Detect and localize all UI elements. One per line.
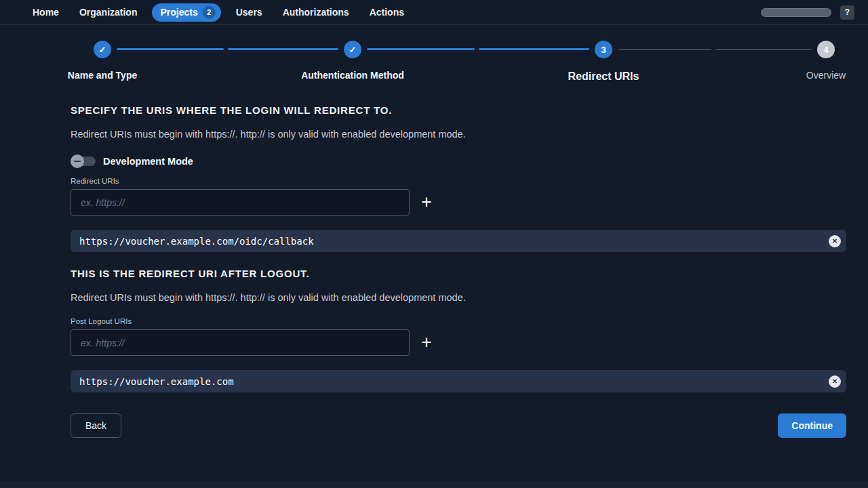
post-logout-uri-chip: https://voucher.example.com ✕ <box>71 370 846 392</box>
back-button[interactable]: Back <box>71 413 121 438</box>
stepper-connector <box>228 48 338 50</box>
close-icon: ✕ <box>832 378 837 385</box>
step-2-label: Authentication Method <box>301 70 404 81</box>
stepper-connector <box>367 48 475 50</box>
step-1-circle[interactable]: ✓ <box>94 41 111 58</box>
plus-icon: + <box>421 332 432 352</box>
redirect-uris-field-label: Redirect URIs <box>71 177 846 185</box>
add-post-logout-uri-button[interactable]: + <box>418 333 435 352</box>
stepper-connector <box>715 49 812 50</box>
wizard-actions-row: Back Continue <box>71 413 846 438</box>
nav-item-projects[interactable]: Projects 2 <box>152 3 220 22</box>
step-4-label: Overview <box>806 70 846 81</box>
org-switcher-skeleton <box>761 8 831 17</box>
logout-section-title: THIS IS THE REDIRECT URI AFTER LOGOUT. <box>71 268 846 279</box>
redirect-uri-input-row: + <box>71 189 846 216</box>
development-mode-toggle[interactable] <box>71 154 96 169</box>
post-logout-uris-field-label: Post Logout URIs <box>71 317 846 325</box>
post-logout-uri-value: https://voucher.example.com <box>79 376 234 387</box>
nav-item-home[interactable]: Home <box>33 7 59 18</box>
redirect-uri-input[interactable] <box>71 189 410 216</box>
nav-item-projects-label: Projects <box>160 7 197 18</box>
help-button[interactable]: ? <box>840 5 854 20</box>
redirect-section-title: SPECIFY THE URIS WHERE THE LOGIN WILL RE… <box>71 104 846 116</box>
top-navigation: Home Organization Projects 2 Users Autho… <box>0 0 868 25</box>
logout-section-description: Redirect URIs must begin with https://. … <box>71 292 846 303</box>
wizard-content: SPECIFY THE URIS WHERE THE LOGIN WILL RE… <box>0 89 868 438</box>
stepper-connector <box>117 48 224 50</box>
remove-redirect-uri-button[interactable]: ✕ <box>829 235 841 247</box>
step-4-number: 4 <box>823 45 828 55</box>
step-1-label: Name and Type <box>68 70 137 81</box>
check-icon: ✓ <box>99 45 106 55</box>
close-icon: ✕ <box>832 237 837 245</box>
projects-count-badge: 2 <box>203 6 216 19</box>
redirect-uri-value: https://voucher.example.com/oidc/callbac… <box>79 236 314 247</box>
step-3-circle[interactable]: 3 <box>595 41 612 58</box>
nav-item-users[interactable]: Users <box>236 7 262 18</box>
post-logout-uris-section: THIS IS THE REDIRECT URI AFTER LOGOUT. R… <box>71 268 846 392</box>
minus-icon <box>74 161 81 162</box>
post-logout-uri-input-row: + <box>71 329 846 356</box>
development-mode-label: Development Mode <box>103 156 193 167</box>
nav-item-authorizations[interactable]: Authorizations <box>283 7 349 18</box>
wizard-stepper: ✓ ✓ 3 4 Name and Type Authentication Met… <box>0 25 868 89</box>
nav-right-group: ? <box>761 5 854 20</box>
redirect-uris-section: SPECIFY THE URIS WHERE THE LOGIN WILL RE… <box>71 104 846 252</box>
step-4-circle[interactable]: 4 <box>817 41 835 58</box>
post-logout-uri-input[interactable] <box>71 329 410 356</box>
redirect-section-description: Redirect URIs must begin with https://. … <box>71 129 846 140</box>
step-3-number: 3 <box>601 45 606 55</box>
check-icon: ✓ <box>349 45 357 55</box>
stepper-connector <box>618 49 711 50</box>
nav-item-organization[interactable]: Organization <box>79 7 138 18</box>
development-mode-row: Development Mode <box>71 154 846 169</box>
step-2-circle[interactable]: ✓ <box>344 41 361 58</box>
redirect-uri-chip: https://voucher.example.com/oidc/callbac… <box>71 230 846 252</box>
stepper-connector <box>479 48 589 50</box>
step-3-label: Redirect URIs <box>568 70 639 83</box>
add-redirect-uri-button[interactable]: + <box>418 193 435 211</box>
page-footer <box>0 483 868 488</box>
continue-button[interactable]: Continue <box>778 413 846 438</box>
remove-post-logout-uri-button[interactable]: ✕ <box>829 375 841 388</box>
toggle-knob <box>71 155 84 168</box>
plus-icon: + <box>421 192 432 212</box>
nav-item-actions[interactable]: Actions <box>370 7 404 18</box>
